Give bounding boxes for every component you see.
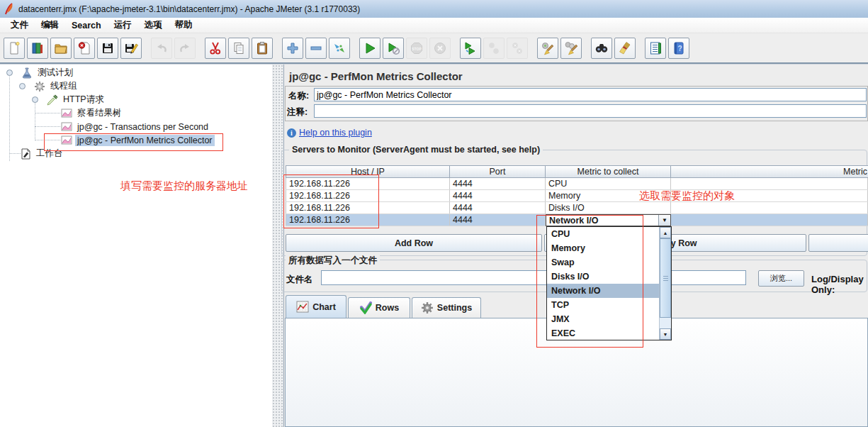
metric-cell[interactable]: Memory (546, 190, 671, 201)
scroll-down-icon[interactable]: ▼ (660, 328, 671, 340)
plus-button[interactable] (282, 38, 303, 59)
dropdown-option-network-io[interactable]: Network I/O (547, 284, 671, 298)
menu-options[interactable]: 选项 (138, 18, 169, 33)
remote-start-all-icon (463, 41, 478, 55)
listener-chart-icon (61, 108, 72, 119)
paste-button[interactable] (252, 38, 273, 59)
host-cell[interactable]: 192.168.11.226 (286, 178, 450, 189)
delete-row-button[interactable]: Delete Row (808, 234, 868, 252)
tree-item-label: 察看结果树 (75, 106, 124, 120)
port-cell[interactable]: 4444 (450, 214, 546, 226)
metric-cell[interactable]: CPU (546, 178, 671, 189)
tab-rows[interactable]: Rows (348, 297, 410, 318)
dropdown-option-jmx[interactable]: JMX (547, 312, 671, 326)
table-row[interactable]: 192.168.11.226 4444 Disks I/O (286, 202, 868, 214)
tree-item-transactions-per-second[interactable]: jp@gc - Transactions per Second (61, 120, 210, 133)
tree-toggle-handle[interactable] (32, 96, 38, 103)
name-input[interactable] (314, 88, 867, 101)
close-file-button[interactable] (74, 38, 95, 59)
tree-item-workbench[interactable]: 工作台 (20, 147, 65, 160)
host-cell[interactable]: 192.168.11.226 (286, 202, 450, 214)
clear-button[interactable] (537, 38, 558, 59)
add-row-button[interactable]: Add Row (286, 234, 542, 252)
metric-param-cell[interactable] (671, 178, 868, 189)
cut-button[interactable] (205, 38, 226, 59)
dropdown-option-exec[interactable]: EXEC (547, 326, 671, 340)
help-button[interactable]: ? (668, 38, 689, 59)
menu-help[interactable]: 帮助 (169, 18, 199, 33)
port-cell[interactable]: 4444 (450, 178, 546, 189)
dropdown-option-memory[interactable]: Memory (547, 241, 671, 255)
table-row[interactable]: 192.168.11.226 4444 CPU (286, 178, 868, 190)
column-header-metric-param[interactable]: Metric param (671, 165, 868, 178)
menu-file[interactable]: 文件 (4, 18, 35, 33)
tree-item-perfmon-metrics-collector[interactable]: jp@gc - PerfMon Metrics Collector (61, 133, 215, 147)
undo-icon (154, 41, 169, 55)
clear-all-button[interactable] (560, 38, 582, 59)
scrollbar-thumb[interactable] (660, 238, 671, 318)
tree-connector (9, 72, 10, 161)
scroll-up-icon[interactable]: ▲ (660, 227, 671, 238)
start-no-timers-button[interactable] (383, 38, 404, 59)
chevron-down-icon[interactable]: ▼ (658, 215, 670, 226)
dropdown-option-cpu[interactable]: CPU (547, 227, 671, 241)
browse-button[interactable]: 浏览... (758, 270, 804, 287)
svg-text:STOP: STOP (412, 46, 422, 50)
remote-stop-all-button (483, 38, 505, 59)
menu-edit[interactable]: 编辑 (35, 18, 65, 33)
column-header-metric[interactable]: Metric to collect (546, 165, 671, 178)
arrows-button[interactable] (329, 38, 350, 59)
metric-combobox[interactable]: Network I/O ▼ (546, 214, 671, 226)
tree-toggle-handle[interactable] (6, 70, 13, 76)
shutdown-button (429, 38, 451, 59)
tree-item-thread-group[interactable]: 线程组 (34, 79, 79, 93)
search-button[interactable] (591, 38, 612, 59)
tree-item-http-request[interactable]: HTTP请求 (47, 93, 106, 106)
search-icon (594, 41, 609, 55)
metric-cell[interactable]: Disks I/O (546, 202, 671, 214)
tree-item-test-plan[interactable]: 测试计划 (21, 66, 75, 79)
save-as-button[interactable] (120, 38, 142, 59)
filename-input[interactable] (321, 270, 746, 285)
dropdown-option-tcp[interactable]: TCP (547, 298, 671, 312)
metric-param-cell[interactable] (671, 202, 868, 214)
templates-button[interactable] (27, 38, 48, 59)
tree-toggle-handle[interactable] (19, 83, 26, 89)
minus-icon (309, 41, 323, 55)
dropdown-option-disks-io[interactable]: Disks I/O (547, 270, 671, 284)
help-plugin-link[interactable]: Help on this plugin (299, 128, 372, 138)
minus-button[interactable] (305, 38, 327, 59)
search-reset-button[interactable] (614, 38, 636, 59)
tree-item-view-results-tree[interactable]: 察看结果树 (61, 106, 124, 120)
open-file-button[interactable] (50, 38, 72, 59)
start-button[interactable] (359, 38, 381, 59)
remote-start-all-button[interactable] (460, 38, 481, 59)
host-cell[interactable]: 192.168.11.226 (286, 214, 450, 226)
port-cell[interactable]: 4444 (450, 202, 546, 214)
function-helper-button[interactable] (645, 38, 666, 59)
new-file-button[interactable] (4, 38, 25, 59)
menu-run[interactable]: 运行 (108, 18, 138, 33)
column-header-host[interactable]: Host / IP (286, 165, 450, 178)
column-header-port[interactable]: Port (450, 165, 546, 178)
table-row[interactable]: 192.168.11.226 4444 Memory (286, 190, 868, 202)
tab-settings[interactable]: Settings (412, 297, 481, 318)
metric-param-cell[interactable] (671, 214, 868, 226)
comment-input[interactable] (314, 104, 867, 118)
metric-param-cell[interactable] (671, 190, 868, 201)
remote-shutdown-all-icon (510, 41, 524, 55)
menu-search[interactable]: Search (65, 19, 108, 32)
copy-button[interactable] (228, 38, 249, 59)
shutdown-icon (433, 41, 447, 55)
arrows-icon (332, 41, 346, 55)
title-bar[interactable]: datacenterr.jmx (F:\apache-jmeter-3.1\bi… (0, 0, 868, 18)
dropdown-scrollbar[interactable]: ▲ ▼ (659, 227, 671, 340)
jmeter-logo-icon (4, 3, 14, 15)
tab-chart[interactable]: Chart (286, 295, 346, 318)
dropdown-option-swap[interactable]: Swap (547, 255, 671, 270)
save-as-icon (124, 41, 138, 55)
port-cell[interactable]: 4444 (450, 190, 546, 201)
save-button[interactable] (97, 38, 118, 59)
host-cell[interactable]: 192.168.11.226 (286, 190, 450, 201)
gear-icon (421, 301, 434, 314)
